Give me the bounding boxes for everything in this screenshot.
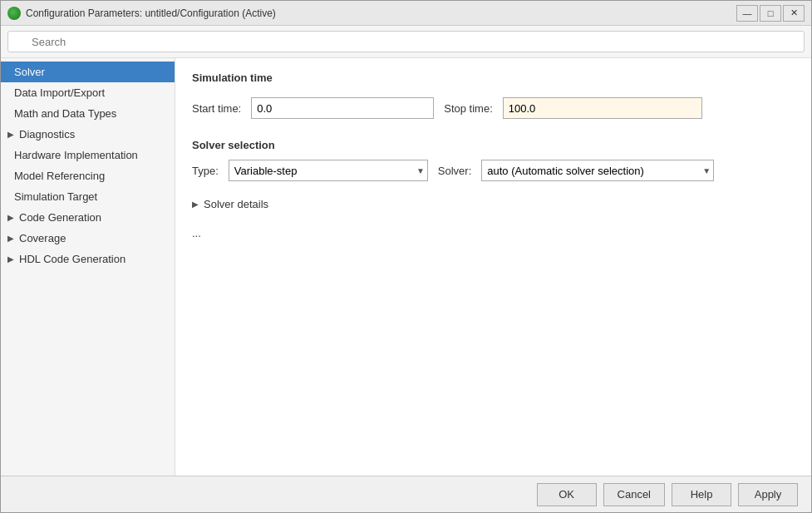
hdl-arrow-icon: ▶ [7,254,14,264]
solver-label: Solver: [438,165,471,177]
search-wrapper: 🔍 [7,31,805,52]
minimize-button[interactable]: — [736,5,758,22]
sidebar-item-math-label: Math and Data Types [14,107,116,120]
coverage-arrow-icon: ▶ [7,234,14,243]
type-label: Type: [192,165,219,177]
solver-select[interactable]: auto (Automatic solver selection) ode45 … [481,160,714,181]
sidebar-item-model-referencing[interactable]: Model Referencing [1,165,175,186]
sidebar-item-coverage-label: Coverage [19,232,66,244]
type-select[interactable]: Variable-step Fixed-step [229,160,428,181]
solver-selection-heading: Solver selection [192,139,795,151]
ok-button[interactable]: OK [537,483,597,506]
search-bar: 🔍 [1,26,811,58]
close-button[interactable]: ✕ [783,5,805,22]
main-content: Solver Data Import/Export Math and Data … [1,58,811,476]
titlebar: Configuration Parameters: untitled/Confi… [1,1,811,26]
ellipsis-text: ... [192,227,795,239]
simulation-time-heading: Simulation time [192,72,795,84]
sidebar-item-hdl-label: HDL Code Generation [19,253,125,265]
solver-row: Type: Variable-step Fixed-step ▼ Solver:… [192,160,795,181]
solver-details-expander[interactable]: ▶ Solver details [192,195,795,214]
footer: OK Cancel Help Apply [1,476,811,512]
code-gen-arrow-icon: ▶ [7,213,14,222]
main-window: Configuration Parameters: untitled/Confi… [0,0,812,513]
stop-time-label: Stop time: [444,102,493,115]
stop-time-input[interactable] [503,97,702,119]
app-icon [7,7,21,20]
cancel-button[interactable]: Cancel [603,483,665,506]
sidebar-item-data-import-export[interactable]: Data Import/Export [1,82,175,103]
sidebar-item-data-import-export-label: Data Import/Export [14,86,105,99]
type-select-wrap: Variable-step Fixed-step ▼ [229,160,428,181]
sidebar-item-math-and-data-types[interactable]: Math and Data Types [1,103,175,124]
apply-button[interactable]: Apply [738,483,798,506]
solver-select-wrap: auto (Automatic solver selection) ode45 … [481,160,714,181]
sidebar-item-code-generation[interactable]: ▶ Code Generation [1,207,175,228]
window-title: Configuration Parameters: untitled/Confi… [26,7,731,19]
sidebar-item-solver[interactable]: Solver [1,62,175,82]
sidebar-item-simulation-target[interactable]: Simulation Target [1,186,175,207]
window-controls: — □ ✕ [736,5,805,22]
start-time-input[interactable] [251,97,434,119]
sidebar-item-diagnostics[interactable]: ▶ Diagnostics [1,124,175,145]
sidebar-item-hardware-label: Hardware Implementation [14,149,138,161]
help-button[interactable]: Help [672,483,731,506]
sidebar-item-hdl-code-generation[interactable]: ▶ HDL Code Generation [1,249,175,269]
sidebar-item-sim-target-label: Simulation Target [14,190,97,203]
solver-details-label: Solver details [204,198,268,210]
sidebar-item-model-ref-label: Model Referencing [14,170,105,182]
simulation-time-row: Start time: Stop time: [192,92,795,124]
diagnostics-arrow-icon: ▶ [7,130,14,139]
sidebar-item-hardware-implementation[interactable]: Hardware Implementation [1,145,175,165]
solver-selection-section: Solver selection Type: Variable-step Fix… [192,139,795,181]
sidebar-item-code-gen-label: Code Generation [19,211,101,224]
start-time-label: Start time: [192,102,241,115]
search-input[interactable] [7,31,805,52]
content-panel: Simulation time Start time: Stop time: S… [175,58,811,476]
solver-details-arrow-icon: ▶ [192,200,199,209]
sidebar-item-solver-label: Solver [14,66,45,78]
maximize-button[interactable]: □ [760,5,781,22]
sidebar: Solver Data Import/Export Math and Data … [1,58,175,476]
sidebar-item-coverage[interactable]: ▶ Coverage [1,228,175,249]
sidebar-item-diagnostics-label: Diagnostics [19,128,75,141]
